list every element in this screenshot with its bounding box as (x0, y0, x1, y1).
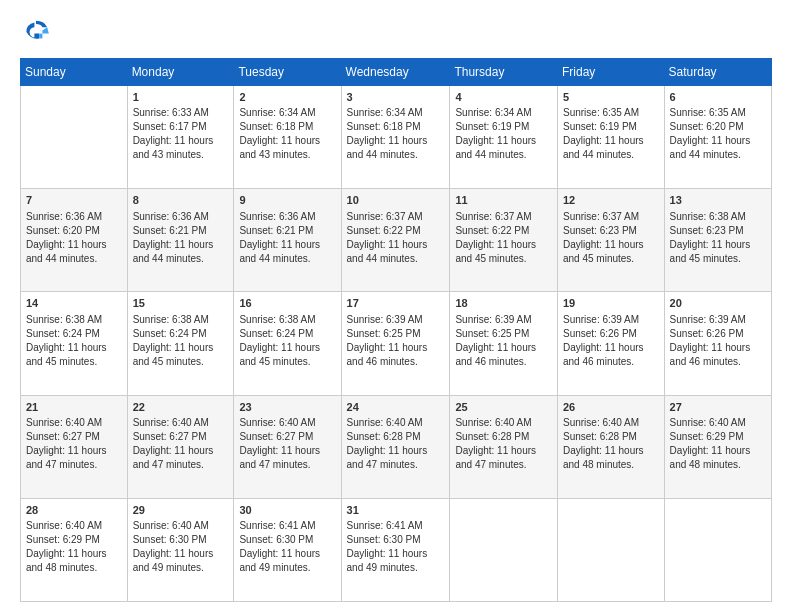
day-header-monday: Monday (127, 59, 234, 86)
day-number: 24 (347, 400, 445, 415)
day-number: 10 (347, 193, 445, 208)
day-number: 31 (347, 503, 445, 518)
calendar-cell: 2 Sunrise: 6:34 AM Sunset: 6:18 PM Dayli… (234, 86, 341, 189)
days-of-week-row: SundayMondayTuesdayWednesdayThursdayFrid… (21, 59, 772, 86)
daylight: Daylight: 11 hours and 44 minutes. (347, 239, 428, 264)
sunrise: Sunrise: 6:40 AM (455, 417, 531, 428)
day-number: 3 (347, 90, 445, 105)
daylight: Daylight: 11 hours and 46 minutes. (347, 342, 428, 367)
sunset: Sunset: 6:29 PM (670, 431, 744, 442)
daylight: Daylight: 11 hours and 49 minutes. (239, 548, 320, 573)
day-number: 25 (455, 400, 552, 415)
daylight: Daylight: 11 hours and 47 minutes. (133, 445, 214, 470)
day-number: 29 (133, 503, 229, 518)
sunrise: Sunrise: 6:40 AM (239, 417, 315, 428)
sunset: Sunset: 6:27 PM (133, 431, 207, 442)
sunrise: Sunrise: 6:40 AM (347, 417, 423, 428)
sunset: Sunset: 6:24 PM (26, 328, 100, 339)
sunset: Sunset: 6:26 PM (563, 328, 637, 339)
sunset: Sunset: 6:23 PM (670, 225, 744, 236)
sunrise: Sunrise: 6:34 AM (347, 107, 423, 118)
sunset: Sunset: 6:19 PM (563, 121, 637, 132)
day-number: 1 (133, 90, 229, 105)
day-header-thursday: Thursday (450, 59, 558, 86)
sunrise: Sunrise: 6:40 AM (133, 417, 209, 428)
sunset: Sunset: 6:22 PM (347, 225, 421, 236)
daylight: Daylight: 11 hours and 48 minutes. (26, 548, 107, 573)
sunrise: Sunrise: 6:39 AM (455, 314, 531, 325)
sunrise: Sunrise: 6:41 AM (347, 520, 423, 531)
daylight: Daylight: 11 hours and 48 minutes. (563, 445, 644, 470)
sunrise: Sunrise: 6:39 AM (670, 314, 746, 325)
calendar-cell: 9 Sunrise: 6:36 AM Sunset: 6:21 PM Dayli… (234, 189, 341, 292)
sunrise: Sunrise: 6:34 AM (455, 107, 531, 118)
calendar-cell: 29 Sunrise: 6:40 AM Sunset: 6:30 PM Dayl… (127, 498, 234, 601)
daylight: Daylight: 11 hours and 47 minutes. (455, 445, 536, 470)
calendar-cell: 24 Sunrise: 6:40 AM Sunset: 6:28 PM Dayl… (341, 395, 450, 498)
day-number: 20 (670, 296, 766, 311)
sunset: Sunset: 6:23 PM (563, 225, 637, 236)
day-number: 4 (455, 90, 552, 105)
calendar-cell: 28 Sunrise: 6:40 AM Sunset: 6:29 PM Dayl… (21, 498, 128, 601)
daylight: Daylight: 11 hours and 45 minutes. (133, 342, 214, 367)
sunset: Sunset: 6:20 PM (670, 121, 744, 132)
sunrise: Sunrise: 6:40 AM (133, 520, 209, 531)
day-number: 6 (670, 90, 766, 105)
calendar-cell: 15 Sunrise: 6:38 AM Sunset: 6:24 PM Dayl… (127, 292, 234, 395)
sunrise: Sunrise: 6:41 AM (239, 520, 315, 531)
sunrise: Sunrise: 6:38 AM (670, 211, 746, 222)
calendar-cell: 12 Sunrise: 6:37 AM Sunset: 6:23 PM Dayl… (557, 189, 664, 292)
calendar-cell (21, 86, 128, 189)
day-number: 14 (26, 296, 122, 311)
calendar-cell: 30 Sunrise: 6:41 AM Sunset: 6:30 PM Dayl… (234, 498, 341, 601)
day-number: 7 (26, 193, 122, 208)
sunrise: Sunrise: 6:35 AM (670, 107, 746, 118)
calendar-cell (557, 498, 664, 601)
sunrise: Sunrise: 6:40 AM (26, 520, 102, 531)
day-number: 9 (239, 193, 335, 208)
calendar: SundayMondayTuesdayWednesdayThursdayFrid… (20, 58, 772, 602)
daylight: Daylight: 11 hours and 44 minutes. (133, 239, 214, 264)
day-header-friday: Friday (557, 59, 664, 86)
calendar-cell (664, 498, 771, 601)
day-header-saturday: Saturday (664, 59, 771, 86)
sunrise: Sunrise: 6:36 AM (133, 211, 209, 222)
sunrise: Sunrise: 6:35 AM (563, 107, 639, 118)
calendar-cell: 23 Sunrise: 6:40 AM Sunset: 6:27 PM Dayl… (234, 395, 341, 498)
daylight: Daylight: 11 hours and 44 minutes. (26, 239, 107, 264)
daylight: Daylight: 11 hours and 44 minutes. (670, 135, 751, 160)
daylight: Daylight: 11 hours and 44 minutes. (347, 135, 428, 160)
calendar-cell: 10 Sunrise: 6:37 AM Sunset: 6:22 PM Dayl… (341, 189, 450, 292)
header (20, 16, 772, 48)
daylight: Daylight: 11 hours and 43 minutes. (133, 135, 214, 160)
calendar-cell: 13 Sunrise: 6:38 AM Sunset: 6:23 PM Dayl… (664, 189, 771, 292)
calendar-cell: 11 Sunrise: 6:37 AM Sunset: 6:22 PM Dayl… (450, 189, 558, 292)
daylight: Daylight: 11 hours and 47 minutes. (26, 445, 107, 470)
day-number: 22 (133, 400, 229, 415)
week-row-2: 14 Sunrise: 6:38 AM Sunset: 6:24 PM Dayl… (21, 292, 772, 395)
sunset: Sunset: 6:22 PM (455, 225, 529, 236)
daylight: Daylight: 11 hours and 49 minutes. (133, 548, 214, 573)
week-row-1: 7 Sunrise: 6:36 AM Sunset: 6:20 PM Dayli… (21, 189, 772, 292)
calendar-cell: 25 Sunrise: 6:40 AM Sunset: 6:28 PM Dayl… (450, 395, 558, 498)
calendar-cell: 14 Sunrise: 6:38 AM Sunset: 6:24 PM Dayl… (21, 292, 128, 395)
daylight: Daylight: 11 hours and 45 minutes. (563, 239, 644, 264)
calendar-cell: 27 Sunrise: 6:40 AM Sunset: 6:29 PM Dayl… (664, 395, 771, 498)
sunrise: Sunrise: 6:36 AM (26, 211, 102, 222)
daylight: Daylight: 11 hours and 46 minutes. (563, 342, 644, 367)
daylight: Daylight: 11 hours and 45 minutes. (670, 239, 751, 264)
day-number: 27 (670, 400, 766, 415)
calendar-cell: 18 Sunrise: 6:39 AM Sunset: 6:25 PM Dayl… (450, 292, 558, 395)
sunrise: Sunrise: 6:40 AM (670, 417, 746, 428)
day-number: 21 (26, 400, 122, 415)
day-header-tuesday: Tuesday (234, 59, 341, 86)
calendar-cell: 21 Sunrise: 6:40 AM Sunset: 6:27 PM Dayl… (21, 395, 128, 498)
calendar-cell: 3 Sunrise: 6:34 AM Sunset: 6:18 PM Dayli… (341, 86, 450, 189)
daylight: Daylight: 11 hours and 44 minutes. (563, 135, 644, 160)
calendar-cell: 1 Sunrise: 6:33 AM Sunset: 6:17 PM Dayli… (127, 86, 234, 189)
calendar-cell: 19 Sunrise: 6:39 AM Sunset: 6:26 PM Dayl… (557, 292, 664, 395)
sunrise: Sunrise: 6:37 AM (563, 211, 639, 222)
calendar-cell: 31 Sunrise: 6:41 AM Sunset: 6:30 PM Dayl… (341, 498, 450, 601)
daylight: Daylight: 11 hours and 46 minutes. (670, 342, 751, 367)
sunrise: Sunrise: 6:40 AM (563, 417, 639, 428)
